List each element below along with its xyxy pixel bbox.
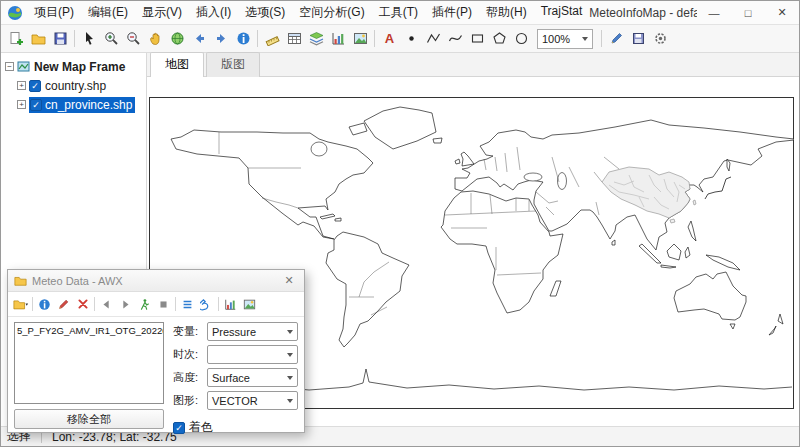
draw-data-button[interactable]: [54, 295, 73, 314]
polyline-icon: [426, 31, 441, 46]
image-icon: [243, 298, 256, 311]
level-select[interactable]: Surface: [207, 368, 298, 387]
layer-label[interactable]: cn_province.shp: [45, 98, 132, 112]
info-icon: [236, 31, 251, 46]
menu-item-spatial-analysis[interactable]: 空间分析(G): [292, 1, 371, 24]
variable-label: 变量:: [173, 324, 207, 339]
dialog-close-icon[interactable]: ✕: [280, 273, 298, 289]
pencil-icon: [609, 31, 624, 46]
data-chart-button[interactable]: [221, 295, 240, 314]
edit-button[interactable]: [605, 28, 627, 50]
graphic-select[interactable]: VECTOR: [207, 391, 298, 410]
draw-point-button[interactable]: [400, 28, 422, 50]
save-edit-button[interactable]: [627, 28, 649, 50]
previous-extent-button[interactable]: [188, 28, 210, 50]
titlebar[interactable]: 项目(P) 编辑(E) 显示(V) 插入(I) 选项(S) 空间分析(G) 工具…: [1, 1, 799, 25]
globe-icon: [170, 31, 185, 46]
layer-row-country[interactable]: + ✓ country.shp: [3, 76, 144, 95]
dialog-titlebar[interactable]: Meteo Data - AWX ✕: [8, 270, 304, 292]
draw-polyline-button[interactable]: [422, 28, 444, 50]
draw-circle-button[interactable]: [510, 28, 532, 50]
zoom-level-combo[interactable]: 100%: [537, 29, 593, 49]
remove-all-button[interactable]: 移除全部: [14, 409, 164, 429]
variable-select[interactable]: Pressure: [207, 322, 298, 341]
chart-button[interactable]: [327, 28, 349, 50]
settings-button[interactable]: [649, 28, 671, 50]
next-step-button[interactable]: [116, 295, 135, 314]
map-frame-node[interactable]: − New Map Frame: [3, 57, 144, 76]
draw-polygon-button[interactable]: [488, 28, 510, 50]
identify-button[interactable]: [232, 28, 254, 50]
open-folder-icon: [31, 31, 46, 46]
menu-item-help[interactable]: 帮助(H): [479, 1, 534, 24]
sections-button[interactable]: [178, 295, 197, 314]
layer-checkbox[interactable]: ✓: [30, 99, 42, 111]
level-value: Surface: [212, 372, 250, 384]
menu-item-options[interactable]: 选项(S): [238, 1, 292, 24]
close-button[interactable]: ✕: [765, 1, 799, 24]
pan-button[interactable]: [144, 28, 166, 50]
save-project-button[interactable]: [49, 28, 71, 50]
expander-icon[interactable]: +: [17, 81, 26, 90]
polygon-icon: [492, 31, 507, 46]
data-image-button[interactable]: [240, 295, 259, 314]
layer-checkbox[interactable]: ✓: [29, 80, 41, 92]
time-select[interactable]: [207, 345, 298, 364]
main-toolbar: A 100%: [1, 25, 799, 53]
arrow-left-icon: [100, 298, 113, 311]
open-folder-dropdown-icon: [13, 297, 29, 311]
chevron-down-icon: [582, 37, 588, 41]
full-extent-button[interactable]: [166, 28, 188, 50]
window-title: MeteoInfoMap - default.mip: [589, 6, 697, 20]
data-info-button[interactable]: [35, 295, 54, 314]
zoom-in-button[interactable]: [100, 28, 122, 50]
expander-icon[interactable]: +: [17, 100, 26, 109]
zoom-out-button[interactable]: [122, 28, 144, 50]
menu-item-trajstat[interactable]: TrajStat: [534, 1, 590, 24]
layer-label[interactable]: country.shp: [45, 79, 106, 93]
menu-item-edit[interactable]: 编辑(E): [81, 1, 135, 24]
stop-square-icon: [157, 298, 170, 311]
menu-item-view[interactable]: 显示(V): [135, 1, 189, 24]
open-data-button[interactable]: [11, 295, 30, 314]
file-list-item[interactable]: 5_P_FY2G_AMV_IR1_OTG_20220520_0530.AWX: [15, 323, 163, 338]
previous-step-button[interactable]: [97, 295, 116, 314]
expander-icon[interactable]: −: [5, 62, 14, 71]
draw-rectangle-button[interactable]: [466, 28, 488, 50]
open-project-button[interactable]: [27, 28, 49, 50]
variable-field: 变量: Pressure: [173, 322, 298, 341]
wrench-icon: [200, 298, 213, 311]
map-frame-label: New Map Frame: [34, 60, 125, 74]
next-extent-button[interactable]: [210, 28, 232, 50]
zoom-out-icon: [126, 31, 141, 46]
selected-layer-highlight[interactable]: ✓ cn_province.shp: [29, 97, 135, 113]
menu-item-insert[interactable]: 插入(I): [189, 1, 238, 24]
image-button[interactable]: [349, 28, 371, 50]
file-listbox[interactable]: 5_P_FY2G_AMV_IR1_OTG_20220520_0530.AWX: [14, 322, 164, 404]
animate-button[interactable]: [135, 295, 154, 314]
layer-row-cn-province[interactable]: + ✓ cn_province.shp: [3, 95, 144, 114]
tab-layout[interactable]: 版图: [206, 52, 260, 77]
tab-map[interactable]: 地图: [150, 52, 204, 77]
layers-button[interactable]: [305, 28, 327, 50]
level-field: 高度: Surface: [173, 368, 298, 387]
menu-item-plugins[interactable]: 插件(P): [425, 1, 479, 24]
run-figure-icon: [138, 298, 151, 311]
maximize-button[interactable]: □: [731, 1, 765, 24]
select-button[interactable]: [78, 28, 100, 50]
graphic-label: 图形:: [173, 393, 207, 408]
measure-button[interactable]: [261, 28, 283, 50]
stop-animate-button[interactable]: [154, 295, 173, 314]
label-button[interactable]: A: [378, 28, 400, 50]
letter-a-icon: A: [382, 31, 397, 46]
remove-data-button[interactable]: [73, 295, 92, 314]
new-project-button[interactable]: [5, 28, 27, 50]
minimize-button[interactable]: —: [697, 1, 731, 24]
menu-item-project[interactable]: 项目(P): [27, 1, 81, 24]
data-settings-button[interactable]: [197, 295, 216, 314]
pan-hand-icon: [148, 31, 163, 46]
draw-curve-button[interactable]: [444, 28, 466, 50]
colored-checkbox[interactable]: ✓: [173, 422, 185, 434]
menu-item-tools[interactable]: 工具(T): [372, 1, 425, 24]
attribute-table-button[interactable]: [283, 28, 305, 50]
